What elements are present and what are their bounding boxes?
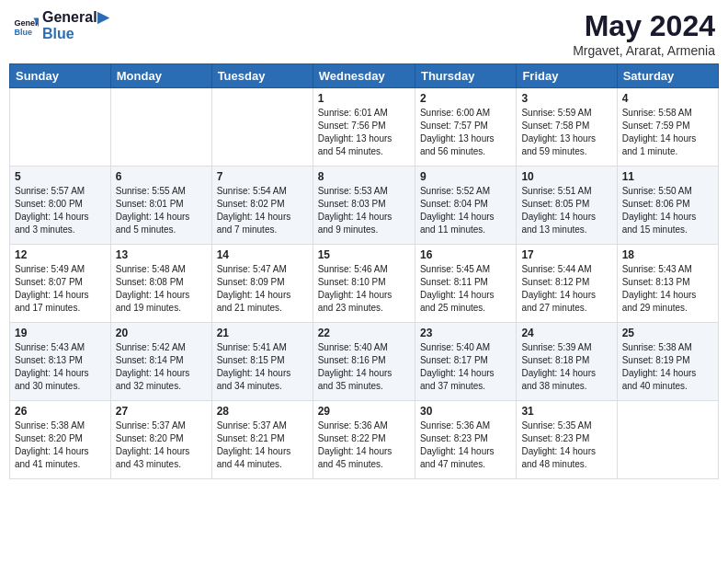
calendar-cell: 1Sunrise: 6:01 AM Sunset: 7:56 PM Daylig…	[313, 88, 415, 167]
day-info: Sunrise: 6:00 AM Sunset: 7:57 PM Dayligh…	[420, 107, 511, 158]
day-info: Sunrise: 6:01 AM Sunset: 7:56 PM Dayligh…	[318, 107, 410, 158]
calendar-header-row: SundayMondayTuesdayWednesdayThursdayFrid…	[10, 64, 719, 88]
day-info: Sunrise: 5:37 AM Sunset: 8:21 PM Dayligh…	[217, 419, 308, 471]
day-info: Sunrise: 5:55 AM Sunset: 8:01 PM Dayligh…	[116, 185, 207, 236]
day-info: Sunrise: 5:54 AM Sunset: 8:02 PM Dayligh…	[217, 185, 308, 236]
location-subtitle: Mrgavet, Ararat, Armenia	[573, 43, 715, 58]
day-number: 18	[622, 248, 713, 261]
day-info: Sunrise: 5:52 AM Sunset: 8:04 PM Dayligh…	[420, 185, 511, 236]
calendar-cell: 3Sunrise: 5:59 AM Sunset: 7:58 PM Daylig…	[517, 88, 617, 167]
calendar-cell: 22Sunrise: 5:40 AM Sunset: 8:16 PM Dayli…	[313, 323, 415, 401]
day-number: 31	[521, 405, 611, 418]
day-header-sunday: Sunday	[10, 64, 111, 88]
day-number: 28	[217, 405, 308, 418]
day-number: 6	[116, 170, 207, 183]
calendar-cell: 19Sunrise: 5:43 AM Sunset: 8:13 PM Dayli…	[10, 323, 111, 401]
calendar-cell: 31Sunrise: 5:35 AM Sunset: 8:23 PM Dayli…	[517, 401, 617, 479]
day-number: 16	[420, 248, 511, 261]
day-info: Sunrise: 5:39 AM Sunset: 8:18 PM Dayligh…	[521, 341, 611, 393]
calendar-week-2: 5Sunrise: 5:57 AM Sunset: 8:00 PM Daylig…	[10, 167, 719, 245]
day-info: Sunrise: 5:35 AM Sunset: 8:23 PM Dayligh…	[521, 419, 611, 471]
calendar-cell: 18Sunrise: 5:43 AM Sunset: 8:13 PM Dayli…	[617, 245, 718, 323]
day-number: 11	[622, 170, 713, 183]
calendar-cell: 20Sunrise: 5:42 AM Sunset: 8:14 PM Dayli…	[110, 323, 211, 401]
calendar-cell: 12Sunrise: 5:49 AM Sunset: 8:07 PM Dayli…	[10, 245, 111, 323]
day-number: 26	[15, 405, 106, 418]
day-info: Sunrise: 5:40 AM Sunset: 8:17 PM Dayligh…	[420, 341, 511, 393]
calendar-cell: 27Sunrise: 5:37 AM Sunset: 8:20 PM Dayli…	[110, 401, 211, 479]
day-number: 9	[420, 170, 511, 183]
calendar-cell: 11Sunrise: 5:50 AM Sunset: 8:06 PM Dayli…	[617, 167, 718, 245]
day-header-monday: Monday	[110, 64, 211, 88]
day-header-thursday: Thursday	[415, 64, 516, 88]
day-header-wednesday: Wednesday	[313, 64, 415, 88]
title-block: May 2024 Mrgavet, Ararat, Armenia	[573, 9, 715, 58]
day-info: Sunrise: 5:36 AM Sunset: 8:23 PM Dayligh…	[420, 419, 511, 471]
calendar-cell: 29Sunrise: 5:36 AM Sunset: 8:22 PM Dayli…	[313, 401, 415, 479]
calendar-cell: 13Sunrise: 5:48 AM Sunset: 8:08 PM Dayli…	[110, 245, 211, 323]
day-info: Sunrise: 5:59 AM Sunset: 7:58 PM Dayligh…	[521, 107, 611, 158]
day-info: Sunrise: 5:53 AM Sunset: 8:03 PM Dayligh…	[318, 185, 410, 236]
calendar-cell: 30Sunrise: 5:36 AM Sunset: 8:23 PM Dayli…	[415, 401, 516, 479]
day-number: 22	[318, 327, 410, 339]
day-info: Sunrise: 5:43 AM Sunset: 8:13 PM Dayligh…	[15, 341, 106, 393]
calendar-cell	[110, 88, 211, 167]
day-info: Sunrise: 5:41 AM Sunset: 8:15 PM Dayligh…	[217, 341, 308, 393]
calendar-cell: 10Sunrise: 5:51 AM Sunset: 8:05 PM Dayli…	[517, 167, 617, 245]
day-info: Sunrise: 5:37 AM Sunset: 8:20 PM Dayligh…	[116, 419, 207, 471]
day-number: 20	[116, 327, 207, 339]
day-number: 12	[15, 248, 106, 261]
svg-text:Blue: Blue	[14, 27, 32, 36]
calendar-week-1: 1Sunrise: 6:01 AM Sunset: 7:56 PM Daylig…	[10, 88, 719, 167]
calendar-cell: 2Sunrise: 6:00 AM Sunset: 7:57 PM Daylig…	[415, 88, 516, 167]
calendar-cell: 14Sunrise: 5:47 AM Sunset: 8:09 PM Dayli…	[211, 245, 313, 323]
calendar-cell: 24Sunrise: 5:39 AM Sunset: 8:18 PM Dayli…	[517, 323, 617, 401]
calendar-cell: 23Sunrise: 5:40 AM Sunset: 8:17 PM Dayli…	[415, 323, 516, 401]
calendar-week-4: 19Sunrise: 5:43 AM Sunset: 8:13 PM Dayli…	[10, 323, 719, 401]
calendar-cell	[211, 88, 313, 167]
day-number: 14	[217, 248, 308, 261]
calendar-cell: 21Sunrise: 5:41 AM Sunset: 8:15 PM Dayli…	[211, 323, 313, 401]
calendar-week-3: 12Sunrise: 5:49 AM Sunset: 8:07 PM Dayli…	[10, 245, 719, 323]
day-header-tuesday: Tuesday	[211, 64, 313, 88]
day-info: Sunrise: 5:36 AM Sunset: 8:22 PM Dayligh…	[318, 419, 410, 471]
calendar-cell: 7Sunrise: 5:54 AM Sunset: 8:02 PM Daylig…	[211, 167, 313, 245]
day-number: 17	[521, 248, 611, 261]
day-number: 24	[521, 327, 611, 339]
calendar-cell: 5Sunrise: 5:57 AM Sunset: 8:00 PM Daylig…	[10, 167, 111, 245]
day-number: 10	[521, 170, 611, 183]
calendar-cell	[10, 88, 111, 167]
day-info: Sunrise: 5:45 AM Sunset: 8:11 PM Dayligh…	[420, 263, 511, 315]
calendar-cell: 17Sunrise: 5:44 AM Sunset: 8:12 PM Dayli…	[517, 245, 617, 323]
day-header-friday: Friday	[517, 64, 617, 88]
day-number: 4	[622, 92, 713, 105]
day-info: Sunrise: 5:48 AM Sunset: 8:08 PM Dayligh…	[116, 263, 207, 315]
day-info: Sunrise: 5:49 AM Sunset: 8:07 PM Dayligh…	[15, 263, 106, 315]
day-number: 2	[420, 92, 511, 105]
calendar-week-5: 26Sunrise: 5:38 AM Sunset: 8:20 PM Dayli…	[10, 401, 719, 479]
day-number: 8	[318, 170, 410, 183]
calendar-cell: 6Sunrise: 5:55 AM Sunset: 8:01 PM Daylig…	[110, 167, 211, 245]
page-header: General Blue General▶ Blue May 2024 Mrga…	[9, 9, 719, 58]
day-number: 27	[116, 405, 207, 418]
day-info: Sunrise: 5:38 AM Sunset: 8:19 PM Dayligh…	[622, 341, 713, 393]
day-number: 13	[116, 248, 207, 261]
logo-subtext: Blue	[42, 26, 108, 42]
day-info: Sunrise: 5:57 AM Sunset: 8:00 PM Dayligh…	[15, 185, 106, 236]
day-info: Sunrise: 5:58 AM Sunset: 7:59 PM Dayligh…	[622, 107, 713, 158]
day-info: Sunrise: 5:46 AM Sunset: 8:10 PM Dayligh…	[318, 263, 410, 315]
day-info: Sunrise: 5:40 AM Sunset: 8:16 PM Dayligh…	[318, 341, 410, 393]
day-number: 7	[217, 170, 308, 183]
day-number: 21	[217, 327, 308, 339]
day-number: 5	[15, 170, 106, 183]
day-number: 25	[622, 327, 713, 339]
day-info: Sunrise: 5:43 AM Sunset: 8:13 PM Dayligh…	[622, 263, 713, 315]
day-info: Sunrise: 5:50 AM Sunset: 8:06 PM Dayligh…	[622, 185, 713, 236]
logo-icon: General Blue	[13, 13, 39, 39]
calendar-cell: 4Sunrise: 5:58 AM Sunset: 7:59 PM Daylig…	[617, 88, 718, 167]
logo-text: General▶	[42, 9, 108, 26]
day-number: 1	[318, 92, 410, 105]
calendar-cell: 26Sunrise: 5:38 AM Sunset: 8:20 PM Dayli…	[10, 401, 111, 479]
calendar-cell: 9Sunrise: 5:52 AM Sunset: 8:04 PM Daylig…	[415, 167, 516, 245]
calendar-cell: 8Sunrise: 5:53 AM Sunset: 8:03 PM Daylig…	[313, 167, 415, 245]
